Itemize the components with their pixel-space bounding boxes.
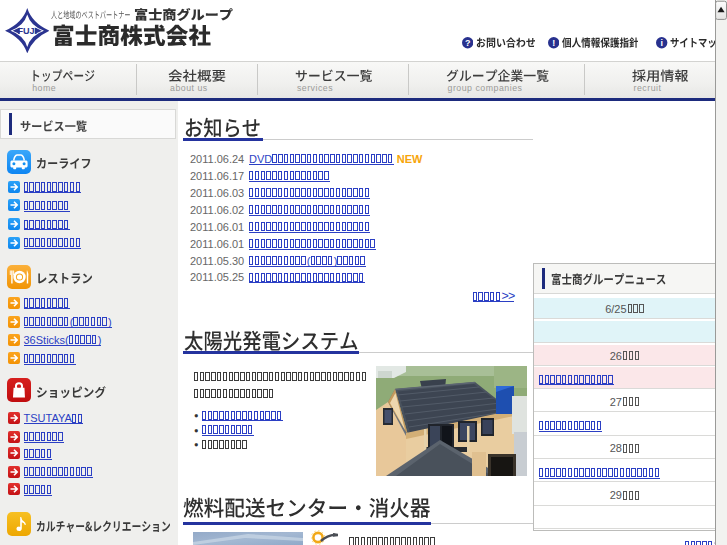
svg-text:!: !	[552, 38, 555, 48]
svg-text:?: ?	[465, 38, 471, 48]
svg-text:i: i	[661, 38, 664, 48]
svg-text:FUJI: FUJI	[17, 25, 37, 36]
